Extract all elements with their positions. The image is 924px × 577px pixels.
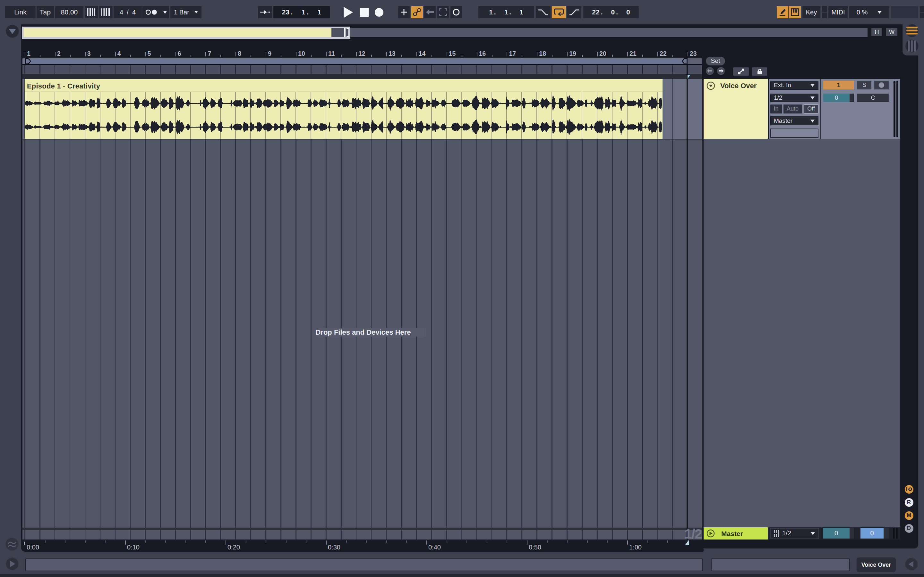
svg-text:12: 12	[359, 50, 365, 57]
svg-text:8: 8	[238, 50, 241, 57]
svg-text:4: 4	[118, 50, 121, 57]
svg-text:13: 13	[389, 50, 396, 57]
svg-text:3: 3	[87, 50, 91, 57]
svg-text:18: 18	[539, 50, 546, 57]
svg-text:22: 22	[660, 50, 667, 57]
svg-text:6: 6	[178, 50, 181, 57]
svg-text:17: 17	[509, 50, 516, 57]
svg-text:0:30: 0:30	[328, 544, 341, 551]
svg-text:1:00: 1:00	[629, 544, 642, 551]
svg-text:9: 9	[268, 50, 271, 57]
svg-text:5: 5	[148, 50, 151, 57]
svg-text:19: 19	[569, 50, 576, 57]
svg-text:Episode 1 - Creativity: Episode 1 - Creativity	[27, 82, 100, 90]
svg-text:14: 14	[419, 50, 426, 57]
svg-text:21: 21	[630, 50, 636, 57]
svg-text:0:20: 0:20	[228, 544, 240, 551]
svg-text:2: 2	[57, 50, 61, 57]
svg-text:1: 1	[27, 50, 31, 57]
svg-text:0:10: 0:10	[127, 544, 140, 551]
svg-text:0:50: 0:50	[529, 544, 541, 551]
svg-text:0:00: 0:00	[27, 544, 39, 551]
svg-text:20: 20	[599, 50, 606, 57]
svg-text:16: 16	[479, 50, 486, 57]
svg-text:7: 7	[208, 50, 211, 57]
svg-text:11: 11	[328, 50, 335, 57]
svg-text:15: 15	[449, 50, 456, 57]
svg-text:0:40: 0:40	[428, 544, 441, 551]
svg-text:10: 10	[298, 50, 305, 57]
svg-text:1/2: 1/2	[684, 526, 702, 542]
svg-text:Drop Files and Devices Here: Drop Files and Devices Here	[315, 328, 411, 336]
svg-text:23: 23	[690, 50, 697, 57]
